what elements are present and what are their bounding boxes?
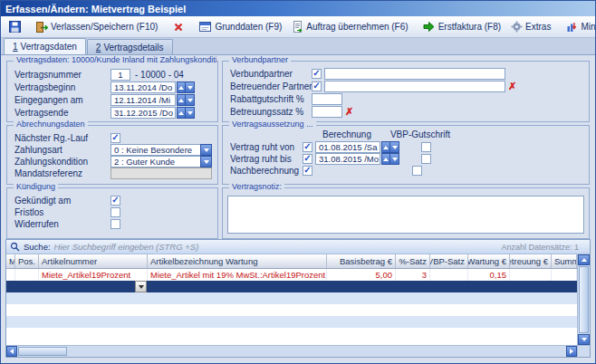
spin-up-button[interactable] — [177, 107, 186, 119]
ruht-von-berechnung-checkbox[interactable] — [303, 142, 312, 152]
horizontal-scrollbar-thumb[interactable] — [18, 347, 67, 356]
delete-button[interactable] — [168, 17, 189, 36]
group-kuendigung: Kündigung Gekündigt am Fristlos Widerruf… — [6, 187, 218, 239]
vertical-scrollbar-thumb[interactable] — [579, 266, 589, 333]
column-header-basisbetrag[interactable]: Basisbetrag € — [327, 254, 396, 268]
column-header-m[interactable]: M — [6, 254, 15, 268]
table-row[interactable]: Miete_Artikel19Prozent Miete_Artikel mit… — [6, 269, 577, 281]
save-button[interactable] — [4, 17, 25, 36]
empty-row[interactable] — [6, 292, 577, 304]
group-abrechnungsdaten: Abrechnungsdaten Nächster Rg.-Lauf Zahlu… — [6, 125, 218, 185]
auftrag-uebernehmen-button[interactable]: Auftrag übernehmen (F6) — [286, 17, 412, 36]
group-verbundpartner-title: Verbundpartner — [229, 55, 291, 64]
extras-button[interactable]: Extras — [505, 17, 555, 36]
record-count: Anzahl Datensätze: 1 — [501, 243, 586, 252]
verbundpartner-checkbox[interactable] — [312, 69, 322, 79]
vertragsende-input[interactable]: 31.12.2015 /Do — [111, 107, 176, 119]
empty-row[interactable] — [6, 304, 577, 316]
fristlos-checkbox[interactable] — [111, 207, 120, 217]
scroll-left-button[interactable] — [6, 346, 17, 357]
ruht-bis-berechnung-checkbox[interactable] — [303, 154, 312, 164]
vertragsnummer-label: Vertragsnummer — [14, 70, 111, 80]
tab-vertragsdetails-num: 2 — [96, 43, 101, 53]
spin-down-button[interactable] — [186, 107, 195, 119]
verlassen-speichern-button[interactable]: Verlassen/Speichern (F10) — [31, 17, 162, 36]
rabattgutschrift-input[interactable] — [312, 93, 342, 105]
vertragsbeginn-input[interactable]: 13.11.2014 /Do — [111, 81, 176, 93]
spin-down-button[interactable] — [186, 81, 195, 93]
vertragsbeginn-label: Vertragsbeginn — [14, 82, 111, 92]
rg-lauf-checkbox[interactable] — [111, 133, 120, 143]
dropdown-button[interactable] — [200, 156, 212, 168]
ruht-von-input[interactable]: 01.08.2015 /Sa — [315, 141, 380, 153]
column-header-betreuung[interactable]: Betreuung € — [510, 254, 552, 268]
scroll-up-button[interactable] — [578, 254, 590, 265]
spin-up-button[interactable] — [381, 141, 390, 153]
column-header-pos[interactable]: Pos. — [15, 254, 39, 268]
zahlungsart-combobox[interactable]: 0 : Keine Besondere — [111, 144, 212, 156]
nachberechnung-vbp-checkbox[interactable] — [412, 166, 422, 176]
spin-up-button[interactable] — [381, 153, 390, 165]
column-header-prozent-satz[interactable]: %-Satz — [396, 254, 430, 268]
verbundpartner-input[interactable] — [324, 68, 505, 80]
scroll-down-button[interactable] — [578, 334, 590, 345]
spin-down-button[interactable] — [186, 94, 195, 106]
cell-m — [6, 281, 15, 292]
tab-vertragsdaten[interactable]: 1Vertragsdaten — [4, 38, 86, 54]
dropdown-arrow-icon — [204, 148, 209, 152]
spin-down-button[interactable] — [390, 141, 399, 153]
clear-red-x-icon — [345, 107, 353, 117]
group-kuendigung-title: Kündigung — [14, 182, 58, 191]
horizontal-scrollbar[interactable] — [6, 346, 577, 357]
empty-row[interactable] — [6, 328, 577, 340]
spin-down-icon — [187, 86, 193, 90]
cell-summe — [552, 281, 577, 292]
selected-edit-row[interactable] — [6, 281, 577, 292]
column-header-bezeichnung[interactable]: Artikelbezeichnung Wartung — [148, 254, 327, 268]
empty-row[interactable] — [6, 316, 577, 328]
tabstrip: 1Vertragsdaten 2Vertragsdetails — [1, 38, 595, 55]
eingegangen-input[interactable]: 12.11.2014 /Mi — [111, 94, 176, 106]
dropdown-button[interactable] — [200, 144, 212, 156]
ruht-bis-input[interactable]: 31.08.2015 /Mo — [315, 153, 380, 165]
tab-vertragsdaten-label: Vertragsdaten — [21, 42, 77, 52]
vertragsnotiz-textarea[interactable] — [227, 196, 584, 234]
spin-down-button[interactable] — [390, 153, 399, 165]
betreuungssatz-input[interactable] — [312, 106, 342, 118]
cell-prozent-satz — [396, 281, 430, 292]
betreuender-partner-checkbox[interactable] — [312, 81, 322, 91]
zahlungskondition-combobox[interactable]: 2 : Guter Kunde — [111, 156, 212, 168]
delete-x-icon — [172, 21, 185, 34]
nachberechnung-label: Nachberechnung — [230, 166, 303, 176]
betreuender-partner-input[interactable] — [324, 81, 505, 92]
verbundpartner-label: Verbundpartner — [230, 69, 312, 79]
gekuendigt-checkbox[interactable] — [111, 196, 120, 206]
column-header-wartung[interactable]: Wartung € — [468, 254, 510, 268]
column-header-vbp-satz[interactable]: VBP-Satz — [430, 254, 468, 268]
vertical-scrollbar[interactable] — [577, 254, 590, 345]
spin-up-button[interactable] — [177, 81, 186, 93]
vertragsnummer-input[interactable]: 1 — [111, 69, 130, 81]
minderung-button[interactable]: Minderung — [561, 17, 596, 36]
tab-vertragsdetails[interactable]: 2Vertragsdetails — [87, 39, 173, 54]
grid-header-row: M Pos. Artikelnummer Artikelbezeichnung … — [6, 254, 577, 269]
grid-search-bar[interactable]: Suche: Hier Suchbegriff eingeben (STRG +… — [6, 240, 590, 254]
vertragsende-spinner — [177, 107, 195, 119]
ruht-von-vbp-checkbox[interactable] — [421, 142, 431, 152]
cell-bezeichnung: Miete_Artikel mit 19% MwSt.:Artikel19Pro… — [148, 269, 327, 281]
scroll-right-button[interactable] — [566, 346, 577, 357]
nachberechnung-berechnung-checkbox[interactable] — [303, 166, 312, 176]
spin-up-button[interactable] — [177, 94, 186, 106]
column-header-artikelnummer[interactable]: Artikelnummer — [39, 254, 148, 268]
widerrufen-checkbox[interactable] — [111, 219, 120, 229]
ruht-bis-vbp-checkbox[interactable] — [421, 154, 431, 164]
spin-down-icon — [392, 146, 398, 149]
erstfaktura-button[interactable]: Erstfaktura (F8) — [418, 17, 505, 36]
column-header-summe[interactable]: Summe W — [552, 254, 577, 268]
artikelnummer-dropdown-button[interactable] — [135, 281, 147, 292]
group-vertragsaussetzung-title: Vertragsaussetzung ... — [229, 120, 316, 129]
vertragsnummer-suffix: - 10000 - 04 — [135, 70, 184, 80]
vertragsende-label: Vertragsende — [14, 108, 111, 118]
vertragsbeginn-spinner — [177, 81, 195, 93]
grunddaten-button[interactable]: Grunddaten (F9) — [195, 17, 286, 36]
